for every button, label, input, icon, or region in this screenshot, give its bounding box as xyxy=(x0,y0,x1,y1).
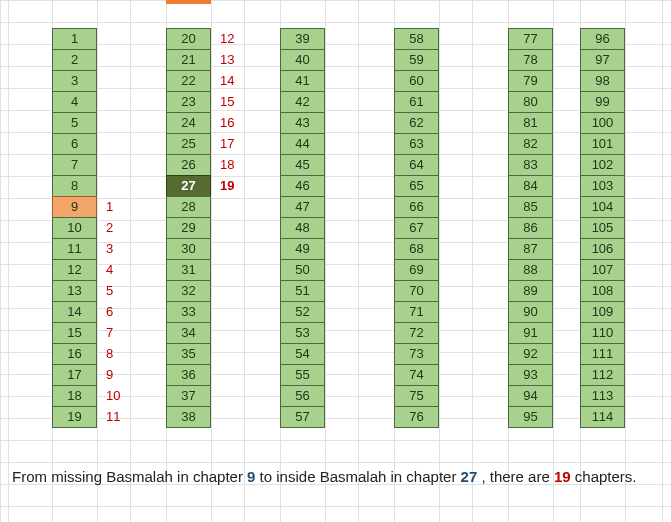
chapter-cell[interactable]: 81 xyxy=(508,112,553,134)
chapter-cell[interactable]: 74 xyxy=(394,364,439,386)
chapter-cell[interactable]: 47 xyxy=(280,196,325,218)
chapter-cell[interactable]: 85 xyxy=(508,196,553,218)
chapter-cell[interactable]: 37 xyxy=(166,385,211,407)
chapter-cell[interactable]: 32 xyxy=(166,280,211,302)
chapter-cell[interactable]: 40 xyxy=(280,49,325,71)
chapter-cell[interactable]: 49 xyxy=(280,238,325,260)
chapter-cell[interactable]: 14 xyxy=(52,301,97,323)
chapter-cell[interactable]: 113 xyxy=(580,385,625,407)
chapter-cell[interactable]: 16 xyxy=(52,343,97,365)
chapter-cell[interactable]: 53 xyxy=(280,322,325,344)
chapter-cell[interactable]: 104 xyxy=(580,196,625,218)
chapter-cell[interactable]: 28 xyxy=(166,196,211,218)
chapter-cell[interactable]: 114 xyxy=(580,406,625,428)
chapter-cell[interactable]: 88 xyxy=(508,259,553,281)
chapter-cell[interactable]: 8 xyxy=(52,175,97,197)
chapter-cell[interactable]: 79 xyxy=(508,70,553,92)
chapter-cell[interactable]: 84 xyxy=(508,175,553,197)
chapter-cell[interactable]: 35 xyxy=(166,343,211,365)
chapter-cell[interactable]: 64 xyxy=(394,154,439,176)
chapter-cell[interactable]: 43 xyxy=(280,112,325,134)
chapter-cell[interactable]: 110 xyxy=(580,322,625,344)
chapter-cell[interactable]: 21 xyxy=(166,49,211,71)
chapter-cell[interactable]: 13 xyxy=(52,280,97,302)
chapter-cell[interactable]: 31 xyxy=(166,259,211,281)
chapter-cell[interactable]: 46 xyxy=(280,175,325,197)
chapter-cell[interactable]: 45 xyxy=(280,154,325,176)
chapter-cell[interactable]: 72 xyxy=(394,322,439,344)
chapter-cell[interactable]: 105 xyxy=(580,217,625,239)
chapter-cell[interactable]: 34 xyxy=(166,322,211,344)
chapter-cell[interactable]: 70 xyxy=(394,280,439,302)
chapter-cell[interactable]: 6 xyxy=(52,133,97,155)
chapter-cell[interactable]: 61 xyxy=(394,91,439,113)
chapter-cell[interactable]: 10 xyxy=(52,217,97,239)
chapter-cell[interactable]: 77 xyxy=(508,28,553,50)
chapter-cell[interactable]: 29 xyxy=(166,217,211,239)
chapter-cell[interactable]: 90 xyxy=(508,301,553,323)
chapter-cell[interactable]: 97 xyxy=(580,49,625,71)
chapter-cell[interactable]: 106 xyxy=(580,238,625,260)
chapter-cell[interactable]: 17 xyxy=(52,364,97,386)
chapter-cell[interactable]: 41 xyxy=(280,70,325,92)
chapter-cell[interactable]: 5 xyxy=(52,112,97,134)
chapter-cell[interactable]: 2 xyxy=(52,49,97,71)
chapter-cell[interactable]: 52 xyxy=(280,301,325,323)
chapter-cell[interactable]: 50 xyxy=(280,259,325,281)
chapter-cell[interactable]: 86 xyxy=(508,217,553,239)
chapter-cell[interactable]: 30 xyxy=(166,238,211,260)
chapter-cell[interactable]: 4 xyxy=(52,91,97,113)
chapter-cell[interactable]: 100 xyxy=(580,112,625,134)
chapter-cell[interactable]: 101 xyxy=(580,133,625,155)
chapter-cell[interactable]: 22 xyxy=(166,70,211,92)
chapter-cell[interactable]: 99 xyxy=(580,91,625,113)
chapter-cell[interactable]: 3 xyxy=(52,70,97,92)
chapter-cell[interactable]: 111 xyxy=(580,343,625,365)
chapter-cell[interactable]: 55 xyxy=(280,364,325,386)
chapter-cell[interactable]: 78 xyxy=(508,49,553,71)
chapter-cell[interactable]: 62 xyxy=(394,112,439,134)
chapter-cell[interactable]: 92 xyxy=(508,343,553,365)
chapter-cell[interactable]: 51 xyxy=(280,280,325,302)
chapter-cell[interactable]: 44 xyxy=(280,133,325,155)
chapter-cell[interactable]: 54 xyxy=(280,343,325,365)
chapter-cell[interactable]: 98 xyxy=(580,70,625,92)
chapter-cell[interactable]: 60 xyxy=(394,70,439,92)
chapter-cell[interactable]: 38 xyxy=(166,406,211,428)
chapter-cell[interactable]: 63 xyxy=(394,133,439,155)
chapter-cell[interactable]: 89 xyxy=(508,280,553,302)
chapter-cell[interactable]: 27 xyxy=(166,175,211,197)
chapter-cell[interactable]: 58 xyxy=(394,28,439,50)
chapter-cell[interactable]: 25 xyxy=(166,133,211,155)
chapter-cell[interactable]: 36 xyxy=(166,364,211,386)
chapter-cell[interactable]: 94 xyxy=(508,385,553,407)
chapter-cell[interactable]: 83 xyxy=(508,154,553,176)
chapter-cell[interactable]: 11 xyxy=(52,238,97,260)
chapter-cell[interactable]: 96 xyxy=(580,28,625,50)
chapter-cell[interactable]: 68 xyxy=(394,238,439,260)
chapter-cell[interactable]: 20 xyxy=(166,28,211,50)
chapter-cell[interactable]: 87 xyxy=(508,238,553,260)
chapter-cell[interactable]: 66 xyxy=(394,196,439,218)
chapter-cell[interactable]: 109 xyxy=(580,301,625,323)
chapter-cell[interactable]: 1 xyxy=(52,28,97,50)
chapter-cell[interactable]: 57 xyxy=(280,406,325,428)
chapter-cell[interactable]: 112 xyxy=(580,364,625,386)
chapter-cell[interactable]: 73 xyxy=(394,343,439,365)
chapter-cell[interactable]: 65 xyxy=(394,175,439,197)
chapter-cell[interactable]: 95 xyxy=(508,406,553,428)
chapter-cell[interactable]: 76 xyxy=(394,406,439,428)
chapter-cell[interactable]: 26 xyxy=(166,154,211,176)
chapter-cell[interactable]: 59 xyxy=(394,49,439,71)
chapter-cell[interactable]: 91 xyxy=(508,322,553,344)
chapter-cell[interactable]: 24 xyxy=(166,112,211,134)
chapter-cell[interactable]: 56 xyxy=(280,385,325,407)
chapter-cell[interactable]: 69 xyxy=(394,259,439,281)
chapter-cell[interactable]: 12 xyxy=(52,259,97,281)
chapter-cell[interactable]: 42 xyxy=(280,91,325,113)
chapter-cell[interactable]: 67 xyxy=(394,217,439,239)
chapter-cell[interactable]: 108 xyxy=(580,280,625,302)
chapter-cell[interactable]: 80 xyxy=(508,91,553,113)
chapter-cell[interactable]: 82 xyxy=(508,133,553,155)
chapter-cell[interactable]: 107 xyxy=(580,259,625,281)
